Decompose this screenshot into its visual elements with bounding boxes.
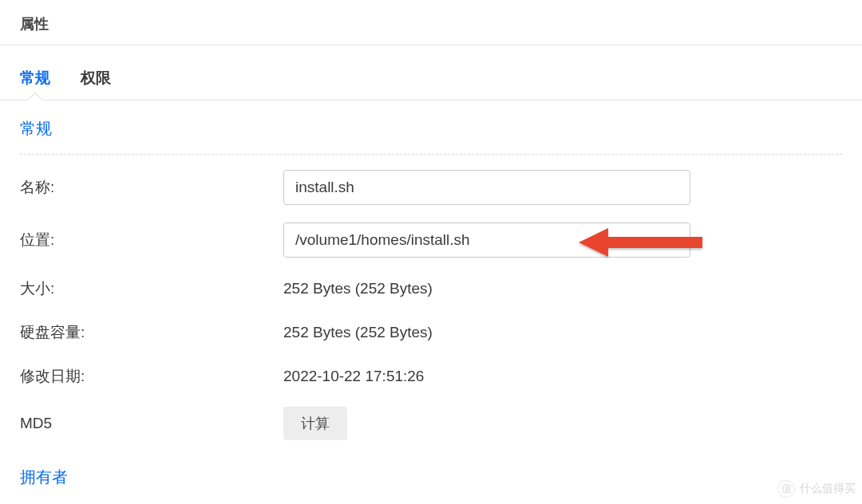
tab-bar: 常规 权限 [0,68,862,100]
section-general-title: 常规 [20,100,842,155]
tab-permission[interactable]: 权限 [81,68,111,100]
row-disk-capacity: 硬盘容量: 252 Bytes (252 Bytes) [20,310,842,354]
row-md5: MD5 计算 [20,398,842,449]
md5-label: MD5 [20,415,283,432]
tab-general[interactable]: 常规 [20,68,50,100]
disk-capacity-label: 硬盘容量: [20,322,283,343]
name-input[interactable] [283,170,690,205]
row-modified-date: 修改日期: 2022-10-22 17:51:26 [20,354,842,398]
watermark-icon: 值 [777,480,795,498]
size-label: 大小: [20,278,283,299]
watermark-text: 什么值得买 [800,482,856,496]
modified-date-label: 修改日期: [20,366,283,387]
location-label: 位置: [20,230,283,250]
modified-date-value: 2022-10-22 17:51:26 [283,368,424,385]
name-label: 名称: [20,177,283,198]
row-size: 大小: 252 Bytes (252 Bytes) [20,266,842,310]
watermark: 值 什么值得买 [777,480,856,498]
content-area: 常规 名称: 位置: 大小: 252 Bytes (252 Bytes) 硬盘容… [0,100,862,502]
dialog-header: 属性 [0,0,862,45]
md5-calculate-button[interactable]: 计算 [283,407,347,440]
disk-capacity-value: 252 Bytes (252 Bytes) [283,324,433,341]
section-owner-title: 拥有者 [20,449,842,502]
row-location: 位置: [20,214,842,266]
location-input[interactable] [283,222,690,258]
row-name: 名称: [20,161,842,214]
dialog-title: 属性 [20,14,842,33]
size-value: 252 Bytes (252 Bytes) [283,280,433,297]
